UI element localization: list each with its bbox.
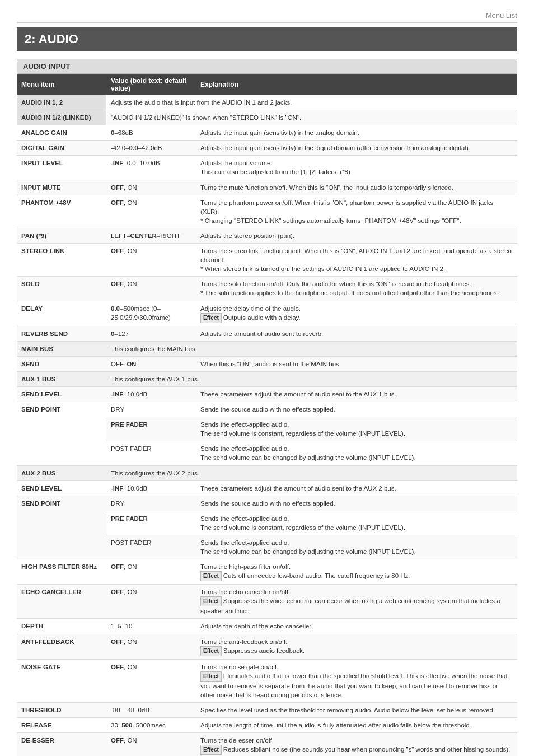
- cell-value: -INF–10.0dB: [106, 480, 196, 496]
- table-row: ANALOG GAIN0–68dBAdjusts the input gain …: [17, 125, 517, 141]
- cell-value: -INF–0.0–10.0dB: [106, 156, 196, 180]
- cell-value: OFF, ON: [106, 559, 196, 585]
- cell-explain: Turns the high-pass filter on/off.Effect…: [196, 559, 517, 585]
- cell-menu: SEND POINT: [17, 402, 106, 465]
- cell-explain: Adjusts the input gain (sensitivity) in …: [196, 141, 517, 156]
- cell-explain: Sends the effect-applied audio.The send …: [196, 441, 517, 465]
- cell-menu: SEND POINT: [17, 496, 106, 559]
- effect-badge: Effect: [200, 571, 222, 581]
- cell-menu: DELAY: [17, 301, 106, 326]
- cell-explain: Adjusts the amount of audio sent to reve…: [196, 326, 517, 341]
- cell-value: OFF, ON: [106, 356, 196, 371]
- table-row: SEND LEVEL-INF–10.0dBThese parameters ad…: [17, 480, 517, 496]
- cell-menu: AUDIO IN 1/2 (LINKED): [17, 110, 106, 125]
- cell-explain: These parameters adjust the amount of au…: [196, 386, 517, 402]
- table-row: HIGH PASS FILTER 80HzOFF, ONTurns the hi…: [17, 559, 517, 585]
- cell-value: OFF, ON: [106, 585, 196, 619]
- table-header-row: Menu item Value (bold text: default valu…: [17, 74, 517, 95]
- cell-value: 30–500–5000msec: [106, 718, 196, 733]
- cell-explain: Sends the effect-applied audio.The send …: [196, 511, 517, 535]
- cell-value: This configures the AUX 2 bus.: [106, 465, 517, 480]
- table-row: DEPTH1–5–10Adjusts the depth of the echo…: [17, 619, 517, 634]
- table-row: AUDIO IN 1, 2Adjusts the audio that is i…: [17, 95, 517, 110]
- cell-explain: Sends the source audio with no effects a…: [196, 496, 517, 511]
- cell-explain: Turns the mute function on/off. When thi…: [196, 180, 517, 195]
- cell-explain: Adjusts the length of time until the aud…: [196, 718, 517, 733]
- cell-menu: SEND: [17, 356, 106, 371]
- cell-value: -42.0–0.0–42.0dB: [106, 141, 196, 156]
- table-row: SEND POINTDRYSends the source audio with…: [17, 496, 517, 511]
- cell-explain: Turns the solo function on/off. Only the…: [196, 277, 517, 301]
- cell-explain: Turns the de-esser on/off.EffectReduces …: [196, 733, 517, 756]
- table-row: AUDIO IN 1/2 (LINKED)"AUDIO IN 1/2 (LINK…: [17, 110, 517, 125]
- cell-menu: INPUT LEVEL: [17, 156, 106, 180]
- cell-menu: AUX 1 BUS: [17, 371, 106, 386]
- table-row: REVERB SEND0–127Adjusts the amount of au…: [17, 326, 517, 341]
- table-row: STEREO LINKOFF, ONTurns the stereo link …: [17, 244, 517, 277]
- cell-value: This configures the MAIN bus.: [106, 341, 517, 356]
- table-row: INPUT MUTEOFF, ONTurns the mute function…: [17, 180, 517, 195]
- cell-value: -INF–10.0dB: [106, 386, 196, 402]
- cell-menu: INPUT MUTE: [17, 180, 106, 195]
- cell-explain: Turns the noise gate on/off.EffectElimin…: [196, 659, 517, 702]
- section-title: 2: AUDIO: [17, 27, 517, 51]
- menu-list-label: Menu List: [17, 11, 517, 23]
- cell-menu: THRESHOLD: [17, 702, 106, 717]
- cell-menu: AUX 2 BUS: [17, 465, 106, 480]
- table-row: DELAY0.0–500msec (0–25.0/29.9/30.0frame)…: [17, 301, 517, 326]
- cell-value: OFF, ON: [106, 244, 196, 277]
- cell-menu: ANALOG GAIN: [17, 125, 106, 141]
- table-row: PHANTOM +48VOFF, ONTurns the phantom pow…: [17, 195, 517, 228]
- cell-explain: Turns the anti-feedback on/off.EffectSup…: [196, 634, 517, 659]
- table-row: DE-ESSEROFF, ONTurns the de-esser on/off…: [17, 733, 517, 756]
- cell-menu: STEREO LINK: [17, 244, 106, 277]
- cell-value: OFF, ON: [106, 277, 196, 301]
- col-header-value: Value (bold text: default value): [106, 74, 196, 95]
- table-row: RELEASE30–500–5000msecAdjusts the length…: [17, 718, 517, 733]
- table-row: SEND LEVEL-INF–10.0dBThese parameters ad…: [17, 386, 517, 402]
- cell-menu: AUDIO IN 1, 2: [17, 95, 106, 110]
- cell-value: DRY: [106, 402, 196, 417]
- table-row: SOLOOFF, ONTurns the solo function on/of…: [17, 277, 517, 301]
- cell-explain: "AUDIO IN 1/2 (LINKED)" is shown when "S…: [106, 110, 517, 125]
- table-row: AUX 2 BUSThis configures the AUX 2 bus.: [17, 465, 517, 480]
- cell-menu: SEND LEVEL: [17, 480, 106, 496]
- cell-explain: Turns the stereo link function on/off. W…: [196, 244, 517, 277]
- cell-explain: Turns the echo canceller on/off.EffectSu…: [196, 585, 517, 619]
- cell-value: 0.0–500msec (0–25.0/29.9/30.0frame): [106, 301, 196, 326]
- cell-value: POST FADER: [106, 535, 196, 559]
- table-row: ANTI-FEEDBACKOFF, ONTurns the anti-feedb…: [17, 634, 517, 659]
- table-row: MAIN BUSThis configures the MAIN bus.: [17, 341, 517, 356]
- cell-value: 0–68dB: [106, 125, 196, 141]
- cell-value: OFF, ON: [106, 659, 196, 702]
- cell-explain: When this is "ON", audio is sent to the …: [196, 356, 517, 371]
- cell-menu: ECHO CANCELLER: [17, 585, 106, 619]
- cell-menu: SEND LEVEL: [17, 386, 106, 402]
- effect-badge: Effect: [200, 313, 222, 323]
- table-row: DIGITAL GAIN-42.0–0.0–42.0dBAdjusts the …: [17, 141, 517, 156]
- cell-menu: DIGITAL GAIN: [17, 141, 106, 156]
- cell-explain: Turns the phantom power on/off. When thi…: [196, 195, 517, 228]
- cell-value: -80––48–0dB: [106, 702, 196, 717]
- cell-value: POST FADER: [106, 441, 196, 465]
- cell-menu: PHANTOM +48V: [17, 195, 106, 228]
- cell-menu: RELEASE: [17, 718, 106, 733]
- table-row: THRESHOLD-80––48–0dBSpecifies the level …: [17, 702, 517, 717]
- effect-badge: Effect: [200, 671, 222, 682]
- cell-value: PRE FADER: [106, 417, 196, 441]
- cell-explain: Sends the effect-applied audio.The send …: [196, 535, 517, 559]
- cell-explain: Adjusts the stereo position (pan).: [196, 228, 517, 243]
- cell-value: This configures the AUX 1 bus.: [106, 371, 517, 386]
- cell-explain: Adjusts the input volume.This can also b…: [196, 156, 517, 180]
- cell-explain: Adjusts the audio that is input from the…: [106, 95, 517, 110]
- audio-input-table: Menu item Value (bold text: default valu…: [17, 74, 517, 756]
- table-row: PAN (*9)LEFT–CENTER–RIGHTAdjusts the ste…: [17, 228, 517, 243]
- cell-value: LEFT–CENTER–RIGHT: [106, 228, 196, 243]
- effect-badge: Effect: [200, 596, 222, 606]
- cell-menu: MAIN BUS: [17, 341, 106, 356]
- cell-explain: Adjusts the input gain (sensitivity) in …: [196, 125, 517, 141]
- table-row: NOISE GATEOFF, ONTurns the noise gate on…: [17, 659, 517, 702]
- table-row: ECHO CANCELLEROFF, ONTurns the echo canc…: [17, 585, 517, 619]
- col-header-menu: Menu item: [17, 74, 106, 95]
- cell-menu: DEPTH: [17, 619, 106, 634]
